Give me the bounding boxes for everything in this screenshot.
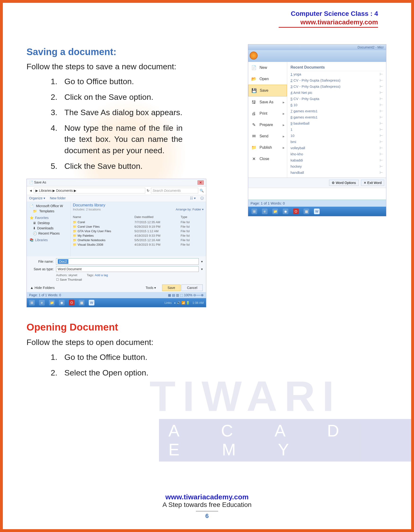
pin-icon[interactable]: ⊢ [380,121,383,125]
nav-item[interactable]: 📁Templates [29,209,68,214]
office-menu-item[interactable]: ✕Close [248,153,287,165]
pin-icon[interactable]: ⊢ [380,127,383,132]
arrange-by[interactable]: Arrange by: Folder ▾ [176,208,204,211]
file-row[interactable]: 📁My Palettes4/19/2015 9:33 PMFile fol [73,233,204,238]
ie-icon[interactable]: e [262,209,268,214]
recent-doc-item[interactable]: handball⊢ [289,170,384,176]
pin-icon[interactable]: ⊢ [380,158,383,162]
recent-doc-item[interactable]: 5 CV - Prity Gupta⊢ [289,96,384,102]
savetype-input[interactable]: Word Document [56,266,199,272]
recent-doc-item[interactable]: 3 CV - Prity Gupta (Safexpress)⊢ [289,84,384,90]
nav-item[interactable]: 📄Microsoft Office W [29,203,68,209]
start-icon[interactable]: ⊞ [251,209,257,214]
chrome-icon[interactable]: ◉ [59,300,65,305]
section2-title: Opening Document [27,322,387,333]
authors-value[interactable]: skynet [68,273,77,277]
save-button[interactable]: Save [162,285,181,291]
pin-icon[interactable]: ⊢ [380,146,383,150]
breadcrumb[interactable]: ▶ Libraries ▶ Documents ▶ [34,188,145,193]
office-menu-item[interactable]: 📂Open [248,73,287,85]
opera-icon[interactable]: O [293,209,299,214]
office-menu-item[interactable]: 💾Save [248,85,287,96]
recent-doc-item[interactable]: bmi⊢ [289,139,384,145]
file-row[interactable]: 📁Visual Studio 20084/19/2015 9:31 PMFile… [73,242,204,247]
recent-doc-item[interactable]: 1 yoga⊢ [289,71,384,77]
recent-doc-item[interactable]: 6 10⊢ [289,102,384,108]
pin-icon[interactable]: ⊢ [380,103,383,107]
filename-input[interactable]: Doc2 [56,258,199,265]
cancel-button[interactable]: Cancel [182,285,203,291]
pin-icon[interactable]: ⊢ [380,133,383,138]
chrome-icon[interactable]: ◉ [283,209,288,214]
nav-item[interactable]: 🕘 Recent Places [29,231,68,236]
office-menu-item[interactable]: 📁Publish▸ [248,142,287,153]
pin-icon[interactable]: ⊢ [380,109,383,113]
word-icon[interactable]: W [314,209,320,214]
library-title: Documents library [73,203,105,208]
refresh-icon[interactable]: ↻ [147,189,150,192]
library-sub: Includes: 2 locations [73,208,101,211]
pin-icon[interactable]: ⊢ [380,78,383,83]
column-headers[interactable]: NameDate modifiedType [73,214,204,220]
recent-doc-item[interactable]: volleyball⊢ [289,145,384,151]
recent-doc-item[interactable]: 1⊢ [289,126,384,133]
exit-word-button[interactable]: ✕ Exit Word [361,180,384,186]
recent-doc-item[interactable]: 4 Amit Net pic⊢ [289,90,384,96]
recent-doc-item[interactable]: 8 games events1⊢ [289,114,384,120]
file-row[interactable]: 📁OneNote Notebooks5/5/2015 12:16 AMFile … [73,238,204,242]
word-icon[interactable]: W [89,300,94,305]
hide-folders-button[interactable]: Hide Folders [35,286,55,290]
organize-button[interactable]: Organize ▾ [29,196,45,200]
ie-icon[interactable]: e [39,300,45,305]
newfolder-button[interactable]: New folder [50,196,66,200]
pin-icon[interactable]: ⊢ [380,91,383,95]
back-icon[interactable]: ◄ [29,189,32,192]
dropdown-icon[interactable]: ▾ [201,260,203,263]
file-row[interactable]: 📁GTA Vice City User Files5/2/2015 1:12 A… [73,229,204,233]
office-menu-item[interactable]: 🖨Print▸ [248,108,287,119]
search-icon[interactable]: 🔍 [200,189,204,192]
search-input[interactable]: Search Documents [151,188,198,193]
pin-icon[interactable]: ⊢ [380,85,383,89]
folder-icon[interactable]: 📁 [49,300,55,305]
pin-icon[interactable]: ⊢ [380,97,383,101]
menu-icon: 🖫 [250,99,257,105]
recent-doc-item[interactable]: kho-kho⊢ [289,151,384,157]
office-button-icon[interactable] [250,52,258,60]
app-icon[interactable]: ▦ [79,300,85,305]
word-options-button[interactable]: ⚙ Word Options [329,180,358,186]
file-row[interactable]: 📁Corel7/7/2015 12:35 AMFile fol [73,220,204,224]
recent-doc-item[interactable]: hockey⊢ [289,163,384,170]
view-icon[interactable]: ☷ ▾ [190,196,196,200]
dropdown-icon[interactable]: ▾ [201,267,203,271]
recent-doc-item[interactable]: kabaddi⊢ [289,157,384,163]
recent-doc-item[interactable]: 2 CV - Prity Gupta (Safexpress)⊢ [289,77,384,84]
help-icon[interactable]: ⓘ [200,196,204,200]
pin-icon[interactable]: ⊢ [380,115,383,119]
recent-doc-item[interactable]: 10⊢ [289,133,384,139]
office-menu-item[interactable]: 📄New [248,62,287,73]
tools-button[interactable]: Tools ▾ [141,285,161,291]
folder-icon[interactable]: 📁 [272,209,278,214]
office-menu-item[interactable]: ✎Prepare▸ [248,119,287,131]
office-menu-item[interactable]: 🖫Save As▸ [248,96,287,108]
pin-icon[interactable]: ⊢ [380,152,383,156]
file-row[interactable]: 📁Corel User Files6/29/2015 9:19 PMFile f… [73,224,204,229]
step: Now type the name of the file in the tex… [60,123,183,156]
nav-item[interactable]: ⬇ Downloads [29,226,68,231]
app-icon[interactable]: ▦ [304,209,309,214]
pin-icon[interactable]: ⊢ [380,72,383,76]
opera-icon[interactable]: O [69,300,75,305]
start-icon[interactable]: ⊞ [29,300,35,305]
recent-doc-item[interactable]: 9 basketball⊢ [289,120,384,126]
pin-icon[interactable]: ⊢ [380,164,383,169]
pin-icon[interactable]: ⊢ [380,140,383,144]
office-menu-item[interactable]: ✉Send▸ [248,131,287,142]
thumbnail-checkbox[interactable]: ☐ Save Thumbnail [30,278,203,281]
tags-value[interactable]: Add a tag [95,273,108,277]
pin-icon[interactable]: ⊢ [380,171,383,175]
recent-doc-item[interactable]: 7 games events1⊢ [289,108,384,114]
close-icon[interactable]: ✕ [198,180,204,185]
office-menu-right: Recent Documents 1 yoga⊢2 CV - Prity Gup… [287,62,386,178]
nav-item[interactable]: 🖥 Desktop [29,220,68,226]
